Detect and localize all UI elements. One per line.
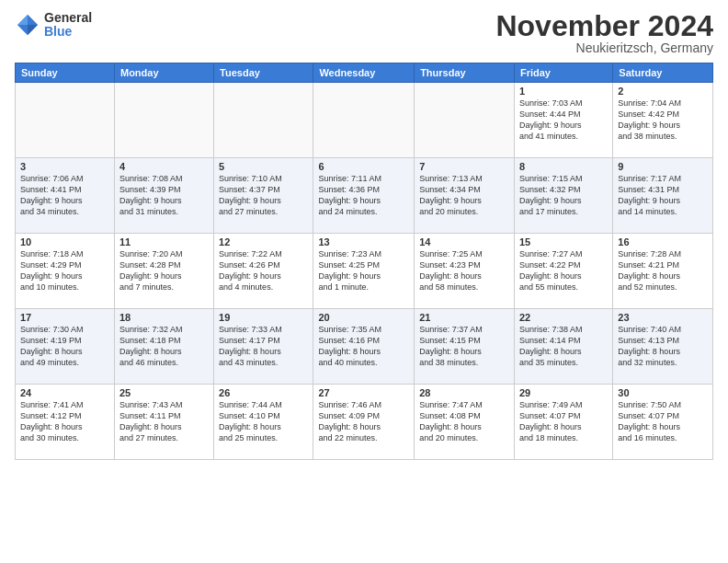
- day-number: 6: [318, 161, 409, 172]
- day-cell: 12Sunrise: 7:22 AM Sunset: 4:26 PM Dayli…: [214, 234, 313, 309]
- svg-marker-2: [17, 25, 28, 35]
- day-cell: 14Sunrise: 7:25 AM Sunset: 4:23 PM Dayli…: [415, 234, 515, 309]
- day-cell: 10Sunrise: 7:18 AM Sunset: 4:29 PM Dayli…: [16, 234, 115, 309]
- day-number: 1: [519, 86, 608, 97]
- header-wednesday: Wednesday: [313, 63, 415, 83]
- svg-marker-0: [28, 15, 38, 25]
- week-row-0: 1Sunrise: 7:03 AM Sunset: 4:44 PM Daylig…: [16, 83, 713, 158]
- day-number: 10: [20, 236, 109, 247]
- day-number: 20: [318, 312, 409, 323]
- logo: General Blue: [15, 11, 92, 40]
- day-cell: 30Sunrise: 7:50 AM Sunset: 4:07 PM Dayli…: [613, 385, 713, 460]
- logo-icon: [15, 12, 40, 38]
- day-info: Sunrise: 7:17 AM Sunset: 4:31 PM Dayligh…: [618, 173, 708, 218]
- svg-marker-1: [17, 15, 28, 25]
- header-sunday: Sunday: [16, 63, 115, 83]
- day-number: 27: [318, 387, 409, 398]
- header: General Blue November 2024 Neukieritzsch…: [15, 11, 713, 55]
- day-cell: 19Sunrise: 7:33 AM Sunset: 4:17 PM Dayli…: [214, 309, 313, 385]
- day-cell: 26Sunrise: 7:44 AM Sunset: 4:10 PM Dayli…: [214, 385, 313, 460]
- month-title: November 2024: [495, 11, 713, 40]
- day-cell: 17Sunrise: 7:30 AM Sunset: 4:19 PM Dayli…: [16, 309, 115, 385]
- day-cell: [214, 83, 313, 158]
- day-info: Sunrise: 7:03 AM Sunset: 4:44 PM Dayligh…: [519, 98, 608, 143]
- day-info: Sunrise: 7:37 AM Sunset: 4:15 PM Dayligh…: [419, 324, 509, 369]
- logo-general: General: [44, 11, 92, 25]
- location: Neukieritzsch, Germany: [495, 40, 713, 55]
- day-number: 18: [119, 312, 209, 323]
- week-row-2: 10Sunrise: 7:18 AM Sunset: 4:29 PM Dayli…: [16, 234, 713, 309]
- day-number: 2: [618, 86, 708, 97]
- week-row-1: 3Sunrise: 7:06 AM Sunset: 4:41 PM Daylig…: [16, 158, 713, 234]
- day-number: 14: [419, 236, 509, 247]
- day-cell: 29Sunrise: 7:49 AM Sunset: 4:07 PM Dayli…: [514, 385, 612, 460]
- logo-blue: Blue: [44, 25, 92, 39]
- day-info: Sunrise: 7:06 AM Sunset: 4:41 PM Dayligh…: [20, 173, 109, 218]
- day-cell: 2Sunrise: 7:04 AM Sunset: 4:42 PM Daylig…: [613, 83, 713, 158]
- calendar-table: Sunday Monday Tuesday Wednesday Thursday…: [15, 63, 713, 460]
- day-number: 19: [219, 312, 308, 323]
- day-cell: 7Sunrise: 7:13 AM Sunset: 4:34 PM Daylig…: [415, 158, 515, 234]
- day-number: 25: [119, 387, 209, 398]
- day-info: Sunrise: 7:43 AM Sunset: 4:11 PM Dayligh…: [119, 399, 209, 444]
- day-cell: 23Sunrise: 7:40 AM Sunset: 4:13 PM Dayli…: [613, 309, 713, 385]
- day-number: 24: [20, 387, 109, 398]
- day-number: 15: [519, 236, 608, 247]
- svg-marker-3: [28, 25, 38, 35]
- day-cell: 6Sunrise: 7:11 AM Sunset: 4:36 PM Daylig…: [313, 158, 415, 234]
- day-cell: [313, 83, 415, 158]
- day-cell: 13Sunrise: 7:23 AM Sunset: 4:25 PM Dayli…: [313, 234, 415, 309]
- day-cell: 8Sunrise: 7:15 AM Sunset: 4:32 PM Daylig…: [514, 158, 612, 234]
- day-info: Sunrise: 7:30 AM Sunset: 4:19 PM Dayligh…: [20, 324, 109, 369]
- day-number: 29: [519, 387, 608, 398]
- day-info: Sunrise: 7:32 AM Sunset: 4:18 PM Dayligh…: [119, 324, 209, 369]
- header-friday: Friday: [514, 63, 612, 83]
- day-info: Sunrise: 7:38 AM Sunset: 4:14 PM Dayligh…: [519, 324, 608, 369]
- day-number: 30: [618, 387, 708, 398]
- day-info: Sunrise: 7:28 AM Sunset: 4:21 PM Dayligh…: [618, 248, 708, 293]
- day-number: 17: [20, 312, 109, 323]
- day-number: 9: [618, 161, 708, 172]
- day-number: 23: [618, 312, 708, 323]
- day-cell: [415, 83, 515, 158]
- day-info: Sunrise: 7:08 AM Sunset: 4:39 PM Dayligh…: [119, 173, 209, 218]
- day-info: Sunrise: 7:46 AM Sunset: 4:09 PM Dayligh…: [318, 399, 409, 444]
- day-cell: [16, 83, 115, 158]
- page: General Blue November 2024 Neukieritzsch…: [0, 0, 728, 563]
- header-monday: Monday: [114, 63, 213, 83]
- day-info: Sunrise: 7:50 AM Sunset: 4:07 PM Dayligh…: [618, 399, 708, 444]
- day-info: Sunrise: 7:15 AM Sunset: 4:32 PM Dayligh…: [519, 173, 608, 218]
- calendar-header-row: Sunday Monday Tuesday Wednesday Thursday…: [16, 63, 713, 83]
- header-thursday: Thursday: [415, 63, 515, 83]
- title-section: November 2024 Neukieritzsch, Germany: [495, 11, 713, 55]
- day-number: 12: [219, 236, 308, 247]
- day-number: 26: [219, 387, 308, 398]
- day-info: Sunrise: 7:27 AM Sunset: 4:22 PM Dayligh…: [519, 248, 608, 293]
- day-cell: 4Sunrise: 7:08 AM Sunset: 4:39 PM Daylig…: [114, 158, 213, 234]
- day-info: Sunrise: 7:49 AM Sunset: 4:07 PM Dayligh…: [519, 399, 608, 444]
- day-info: Sunrise: 7:20 AM Sunset: 4:28 PM Dayligh…: [119, 248, 209, 293]
- day-cell: 3Sunrise: 7:06 AM Sunset: 4:41 PM Daylig…: [16, 158, 115, 234]
- day-number: 5: [219, 161, 308, 172]
- day-info: Sunrise: 7:47 AM Sunset: 4:08 PM Dayligh…: [419, 399, 509, 444]
- day-cell: 24Sunrise: 7:41 AM Sunset: 4:12 PM Dayli…: [16, 385, 115, 460]
- day-number: 3: [20, 161, 109, 172]
- day-info: Sunrise: 7:22 AM Sunset: 4:26 PM Dayligh…: [219, 248, 308, 293]
- day-info: Sunrise: 7:11 AM Sunset: 4:36 PM Dayligh…: [318, 173, 409, 218]
- day-number: 7: [419, 161, 509, 172]
- day-cell: 16Sunrise: 7:28 AM Sunset: 4:21 PM Dayli…: [613, 234, 713, 309]
- header-tuesday: Tuesday: [214, 63, 313, 83]
- day-number: 21: [419, 312, 509, 323]
- day-cell: 22Sunrise: 7:38 AM Sunset: 4:14 PM Dayli…: [514, 309, 612, 385]
- day-cell: 1Sunrise: 7:03 AM Sunset: 4:44 PM Daylig…: [514, 83, 612, 158]
- day-info: Sunrise: 7:04 AM Sunset: 4:42 PM Dayligh…: [618, 98, 708, 143]
- day-cell: [114, 83, 213, 158]
- day-number: 4: [119, 161, 209, 172]
- header-saturday: Saturday: [613, 63, 713, 83]
- week-row-4: 24Sunrise: 7:41 AM Sunset: 4:12 PM Dayli…: [16, 385, 713, 460]
- day-info: Sunrise: 7:25 AM Sunset: 4:23 PM Dayligh…: [419, 248, 509, 293]
- day-number: 13: [318, 236, 409, 247]
- day-number: 11: [119, 236, 209, 247]
- day-cell: 20Sunrise: 7:35 AM Sunset: 4:16 PM Dayli…: [313, 309, 415, 385]
- day-info: Sunrise: 7:40 AM Sunset: 4:13 PM Dayligh…: [618, 324, 708, 369]
